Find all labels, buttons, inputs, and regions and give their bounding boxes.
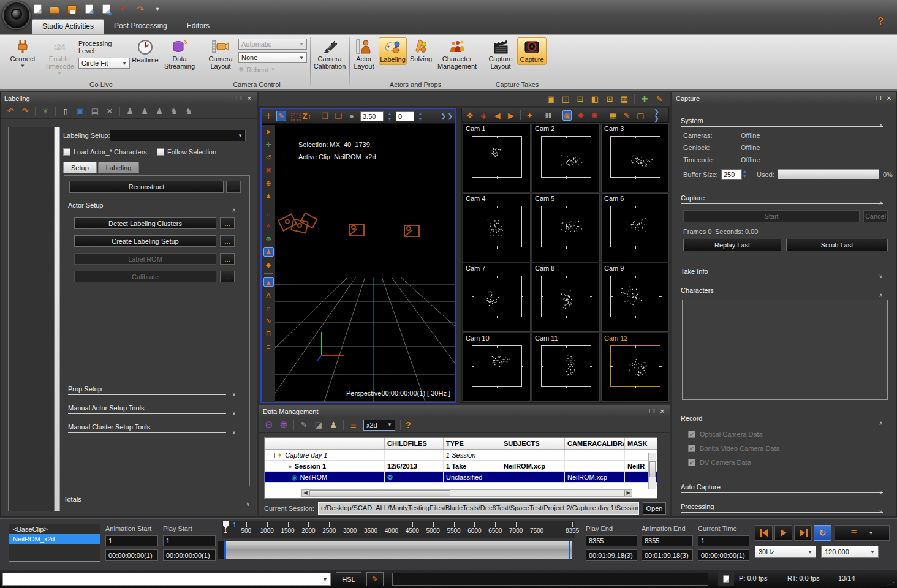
play-start-timecode-field[interactable]: 00:00:00:00(1) [163,549,216,561]
tab-setup[interactable]: Setup [63,162,97,173]
viewport-canvas[interactable]: Selection: MX_40_1739 Active Clip: NeilR… [275,124,455,402]
labeling-list[interactable] [8,127,55,511]
list-tool-icon[interactable]: ≡ [263,342,274,351]
create-labeling-setup-button[interactable]: Create Labeling Setup [74,235,216,247]
scroll-right-arrow[interactable]: ▶ [624,490,632,496]
table-h-scrollbar[interactable]: ◀ ▶ [301,489,632,497]
play-end-frame-field[interactable]: 8355 [586,535,637,546]
delete-setup-icon[interactable]: ✕ [105,107,115,116]
marker-offset-spinner[interactable]: ▲▼ [418,111,423,122]
select-camera-icon[interactable]: ✛ [264,111,273,121]
script-editor-button[interactable]: ✎ [366,572,384,586]
qat-customize-icon[interactable]: ▼ [152,4,163,15]
data-streaming-button[interactable]: Data Streaming [161,37,199,71]
bell-tool-icon[interactable]: ▲ [263,277,274,287]
load-setup-icon[interactable]: ▣ [75,107,85,116]
manual-cluster-setup-header[interactable]: Manual Cluster Setup Tools∨ [68,423,226,433]
pin-icon[interactable]: ✦ [525,111,534,120]
viewport-3d[interactable]: ✛ ✎ ⣏⣹ Z↑ ❐ ❒ ● 3.50 ▲▼ 0 ▲▼ ❯ ❯ ➤ ✛ ↺ ✖… [260,108,456,403]
command-combo[interactable]: ▼ [2,573,331,586]
camera-mode-select[interactable]: Automatic▼ [238,39,307,50]
marker-size-spinner[interactable]: ▲▼ [387,111,392,122]
scale-tool-icon[interactable]: ✖ [263,166,274,175]
loop-playback-button[interactable]: ↻ [814,525,831,541]
system-header[interactable]: System∧ [681,117,883,127]
toolbar-overflow-icon[interactable]: ❯ ❯ [441,113,453,119]
manual-actor-setup-header[interactable]: Manual Actor Setup Tools∨ [68,404,226,414]
new-database-icon[interactable]: ⛁ [264,420,274,429]
v-scroll-thumb[interactable] [649,461,656,477]
camera-layout-button[interactable]: Camera Layout [205,37,236,71]
fps-select[interactable]: 120.000▼ [821,546,879,558]
import-icon[interactable]: ▼ [83,4,94,15]
table-row-session-1[interactable]: -●Session 112/6/20131 TakeNeilROM.xcpNei… [265,461,657,472]
tab-studio-activities[interactable]: Studio Activities [32,19,104,34]
marker-size-field[interactable]: 3.50 [360,111,384,121]
subject-icon[interactable]: ♟ [328,420,338,429]
characters-header[interactable]: Characters∧ [681,287,883,296]
animation-end-frame-field[interactable]: 8355 [642,535,693,546]
actor-tool-5-icon[interactable]: ♞ [184,107,194,116]
group-tool-icon[interactable]: ♟ [263,247,274,257]
table-v-scrollbar[interactable] [648,453,656,489]
marker-pair-icon[interactable]: ✹ [576,111,585,120]
prev-cam-icon[interactable]: ◀ [493,111,502,120]
calibrate-button[interactable]: Calibrate [74,271,216,282]
layout-grid-icon[interactable]: ▦ [619,94,629,104]
z-up-icon[interactable]: Z↑ [302,111,312,121]
peak-tool-icon[interactable]: Λ [263,290,274,300]
current-time-frame-field[interactable]: 1 [698,535,749,546]
record-header[interactable]: Record∧ [681,415,883,424]
enable-timecode-button[interactable]: :24 Enable Timecode▼ [42,37,77,77]
wand-tool-icon[interactable]: ✎ [276,111,286,121]
cards-icon[interactable]: ❖ [465,111,474,120]
camera-view-6[interactable]: Cam 6 [601,193,669,262]
layout-two-vertical-icon[interactable]: ◫ [561,94,570,104]
timeline-options-button[interactable]: ☰ ▼ [835,525,890,541]
actor-tool-1-icon[interactable]: ♟ [125,107,135,116]
float-panel-icon[interactable]: ❐ [875,95,882,102]
processing-level-select[interactable]: Circle Fit▼ [78,58,130,69]
realtime-button[interactable]: Realtime [131,37,159,65]
frame-outline-icon[interactable]: ▢ [636,111,645,120]
capture-section-header[interactable]: Capture∧ [681,194,883,204]
tree-expander[interactable]: - [281,464,286,469]
camera-view-10[interactable]: Cam 10 [463,333,531,402]
labeling-list-scrollbar[interactable] [55,127,60,511]
selection-bounds-icon[interactable]: ⣏⣹ [290,111,298,121]
buffer-size-field[interactable]: 250 [721,169,742,180]
actor-layout-button[interactable]: Actor Layout [350,37,377,71]
checkbox-checked-disabled[interactable]: ✔ [688,445,695,452]
save-setup-icon[interactable]: ▤ [90,107,100,116]
labeling-setup-select[interactable]: ▼ [110,130,246,141]
actor-setup-header[interactable]: Actor Setup∧ [68,202,226,211]
column-header-cameracalibrat[interactable]: CAMERACALIBRAT [565,438,625,449]
marker-overlay-icon[interactable]: ◉ [562,110,572,121]
start-capture-button[interactable]: Start [683,210,860,222]
range-start-handle[interactable] [224,541,226,559]
step-tool-icon[interactable]: Π [263,329,274,338]
camera-view-8[interactable]: Cam 8 [532,263,600,332]
open-file-icon[interactable] [49,4,60,15]
play-button[interactable] [774,525,792,541]
actor-tool-icon[interactable]: ♟ [263,192,274,201]
character-management-button[interactable]: Character Management [435,37,479,71]
sphere-view-icon[interactable]: ● [347,111,357,121]
curve-tool-icon[interactable]: ∿ [263,316,274,325]
prev-actor-icon[interactable]: ↶ [6,107,15,116]
save-icon[interactable] [66,4,77,15]
animation-start-frame-field[interactable]: 1 [105,535,158,546]
select-tool-icon[interactable]: ➤ [263,127,274,137]
prop-setup-header[interactable]: Prop Setup∨ [68,385,226,395]
range-end-handle[interactable] [569,541,570,559]
lasso-tool-icon[interactable]: ◌ [263,209,274,218]
label-rom-button[interactable]: Label ROM [74,253,216,265]
camera-view-7[interactable]: Cam 7 [463,263,531,332]
tab-labeling[interactable]: Labeling [98,162,140,173]
new-setup-icon[interactable]: ▯ [61,107,70,116]
column-header-type[interactable]: TYPE [444,438,501,449]
eraser-icon[interactable]: ◪ [314,420,324,429]
export-icon[interactable]: ▲ [100,4,112,15]
page-status-icon[interactable] [718,572,734,586]
close-panel-icon[interactable]: ✕ [246,95,253,102]
